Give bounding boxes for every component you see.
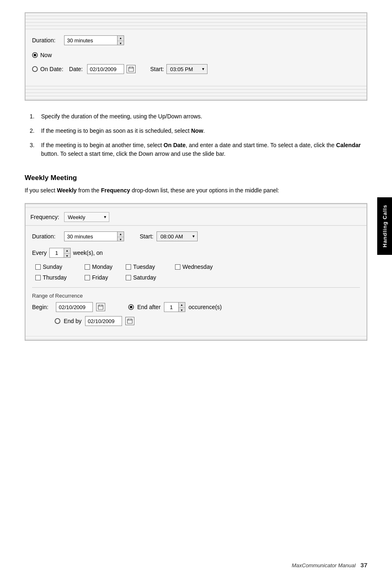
panel2-frequency-row: Frequency: Weekly xyxy=(25,208,367,226)
panel1-now-row[interactable]: Now xyxy=(32,52,360,58)
panel2-end-after-input[interactable] xyxy=(164,302,179,312)
panel2-begin-calendar-icon[interactable] xyxy=(96,303,105,311)
panel2-box: Frequency: Weekly Duration: ▲ ▼ Start: 0… xyxy=(25,203,367,341)
panel1-date-label: Date: xyxy=(69,66,83,72)
instruction-1-text: Specify the duration of the meeting, usi… xyxy=(41,112,202,121)
panel2-range-section: Range of Recurrence Begin: xyxy=(32,287,360,326)
panel1-now-label: Now xyxy=(40,52,52,58)
weekly-intro: If you select Weekly from the Frequency … xyxy=(25,186,367,195)
panel1-content: Duration: ▲ ▼ Now On Date: Date: xyxy=(25,30,367,85)
instruction-1: 1. Specify the duration of the meeting, … xyxy=(25,112,367,121)
panel2-end-after-radio[interactable] xyxy=(128,304,134,310)
panel1-ondate-row[interactable]: On Date: Date: Start: 03:05 PM xyxy=(32,64,360,74)
day-sunday[interactable]: Sunday xyxy=(35,263,85,270)
panel2-every-spinner-btn[interactable]: ▲ ▼ xyxy=(64,248,71,258)
day-tuesday[interactable]: Tuesday xyxy=(126,263,175,270)
day-monday[interactable]: Monday xyxy=(85,263,126,270)
panel2-every-label: Every xyxy=(32,250,47,256)
panel2-end-after-label: End after xyxy=(137,304,161,310)
panel2-end-by-radio[interactable] xyxy=(55,318,60,324)
side-tab-label: Handling Calls xyxy=(382,205,388,247)
panel1-start-dropdown[interactable]: 03:05 PM xyxy=(166,64,208,74)
panel2-start-value: 08:00 AM xyxy=(160,233,183,240)
day-friday[interactable]: Friday xyxy=(85,274,126,281)
panel2-start-dropdown[interactable]: 08:00 AM xyxy=(157,231,198,241)
panel2-frequency-dropdown[interactable]: Weekly xyxy=(64,212,109,222)
day-thursday[interactable]: Thursday xyxy=(35,274,85,281)
day-friday-label: Friday xyxy=(92,274,108,281)
panel2-stripe-bottom xyxy=(25,336,367,340)
panel2-begin-input[interactable] xyxy=(56,302,93,312)
panel2-duration-input[interactable] xyxy=(64,231,118,241)
instruction-1-num: 1. xyxy=(25,112,35,121)
day-sunday-checkbox[interactable] xyxy=(35,264,41,270)
panel2-end-after-down[interactable]: ▼ xyxy=(179,308,185,313)
panel2-every-input[interactable] xyxy=(49,248,64,258)
panel2-every-up[interactable]: ▲ xyxy=(64,248,70,254)
panel2-spinner-down[interactable]: ▼ xyxy=(118,237,124,242)
day-wednesday-checkbox[interactable] xyxy=(175,264,180,270)
panel2-end-after-suffix: occurence(s) xyxy=(189,304,222,310)
day-monday-label: Monday xyxy=(92,263,113,270)
panel2-spinner-up[interactable]: ▲ xyxy=(118,232,124,237)
panel2-endby-row: End by xyxy=(55,316,360,326)
panel2-days-grid: Sunday Monday Tuesday Wednesday Thu xyxy=(32,263,360,281)
day-saturday-checkbox[interactable] xyxy=(126,275,131,280)
panel2-duration-row: Duration: ▲ ▼ Start: 08:00 AM xyxy=(32,231,360,241)
panel2-every-row: Every ▲ ▼ week(s), on xyxy=(32,248,360,258)
panel1-date-input[interactable] xyxy=(87,64,124,74)
panel1-now-radio[interactable] xyxy=(32,52,38,58)
panel1-start-value: 03:05 PM xyxy=(170,66,193,72)
panel2-duration-label: Duration: xyxy=(32,233,61,240)
panel1-box: Duration: ▲ ▼ Now On Date: Date: xyxy=(25,12,367,101)
panel2-every-down[interactable]: ▼ xyxy=(64,254,70,259)
day-thursday-label: Thursday xyxy=(43,274,67,281)
instructions-section: 1. Specify the duration of the meeting, … xyxy=(25,112,367,172)
day-friday-checkbox[interactable] xyxy=(85,275,90,280)
panel2-end-after-up[interactable]: ▲ xyxy=(179,303,185,308)
day-saturday-label: Saturday xyxy=(133,274,156,281)
day-wednesday-label: Wednesday xyxy=(182,263,213,270)
panel2-stripe-top xyxy=(25,204,367,208)
spinner-up[interactable]: ▲ xyxy=(118,36,124,41)
panel1-ondate-label: On Date: xyxy=(40,66,63,72)
instruction-2-num: 2. xyxy=(25,127,35,135)
panel1-calendar-icon[interactable] xyxy=(127,65,136,73)
instruction-3: 3. If the meeting is to begin at another… xyxy=(25,141,367,158)
panel2-end-after-spinner-btn[interactable]: ▲ ▼ xyxy=(179,302,185,312)
instruction-3-num: 3. xyxy=(25,141,35,158)
day-tuesday-checkbox[interactable] xyxy=(126,264,131,270)
panel1-duration-input[interactable] xyxy=(64,35,118,45)
panel2-endby-calendar-icon[interactable] xyxy=(125,317,134,325)
day-tuesday-label: Tuesday xyxy=(133,263,155,270)
panel2-duration-spinner-btn[interactable]: ▲ ▼ xyxy=(118,231,124,241)
panel2-frequency-value: Weekly xyxy=(68,214,85,220)
day-thursday-checkbox[interactable] xyxy=(35,275,41,280)
panel2-content: Duration: ▲ ▼ Start: 08:00 AM Every xyxy=(25,226,367,336)
day-saturday[interactable]: Saturday xyxy=(126,274,175,281)
footer-page-num: 37 xyxy=(360,562,367,568)
panel1-start-label: Start: xyxy=(150,66,164,72)
panel1-duration-label: Duration: xyxy=(32,37,61,44)
instruction-3-text: If the meeting is to begin at another ti… xyxy=(41,141,367,158)
panel2-duration-spinner[interactable]: ▲ ▼ xyxy=(64,231,124,241)
panel1-stripe-top xyxy=(25,13,367,30)
panel2-frequency-label: Frequency: xyxy=(30,214,59,220)
day-wednesday[interactable]: Wednesday xyxy=(175,263,224,270)
panel2-every-spinner[interactable]: ▲ ▼ xyxy=(49,248,71,258)
day-sunday-label: Sunday xyxy=(43,263,62,270)
panel1-ondate-radio[interactable] xyxy=(32,66,38,72)
panel2-end-by-label: End by xyxy=(64,318,82,324)
panel1-duration-spinner-btn[interactable]: ▲ ▼ xyxy=(118,35,124,45)
panel2-week-suffix: week(s), on xyxy=(73,250,103,256)
panel2-end-after-spinner[interactable]: ▲ ▼ xyxy=(164,302,185,312)
spinner-down[interactable]: ▼ xyxy=(118,41,124,46)
day-monday-checkbox[interactable] xyxy=(85,264,90,270)
panel2-endby-input[interactable] xyxy=(85,316,122,326)
panel2-range-label: Range of Recurrence xyxy=(32,293,360,299)
svg-rect-8 xyxy=(127,319,132,324)
instruction-2-text: If the meeting is to begin as soon as it… xyxy=(41,127,205,135)
panel2-begin-row: Begin: End after xyxy=(32,302,360,312)
panel1-duration-row: Duration: ▲ ▼ xyxy=(32,35,360,45)
panel1-duration-spinner[interactable]: ▲ ▼ xyxy=(64,35,124,45)
